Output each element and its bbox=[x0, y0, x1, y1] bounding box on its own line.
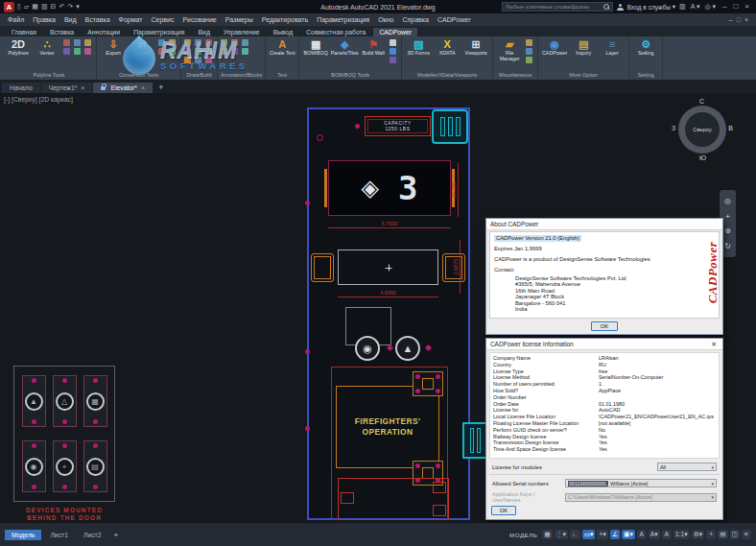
ribbon-button[interactable]: ⊞ Viewports bbox=[462, 37, 489, 57]
menu-item[interactable]: Вид bbox=[64, 16, 77, 23]
ribbon-panel-label[interactable]: Conversion Tools bbox=[100, 71, 177, 80]
status-toggle-icon[interactable]: А bbox=[637, 530, 647, 539]
help-search-box[interactable] bbox=[502, 2, 613, 12]
menu-item[interactable]: Файл bbox=[8, 16, 24, 23]
titlebar-icon[interactable]: ▥ bbox=[679, 3, 686, 11]
search-icon[interactable] bbox=[603, 4, 609, 10]
view-control[interactable]: [Сверху] bbox=[12, 96, 37, 103]
window-control-button[interactable]: – bbox=[720, 2, 729, 12]
model-space-label[interactable]: МОДЕЛЬ bbox=[509, 532, 537, 538]
ribbon-button[interactable]: ◉ CADPower bbox=[541, 37, 568, 57]
ribbon-small-icon[interactable] bbox=[390, 48, 396, 55]
ribbon-panel-label[interactable]: BOM/BOQ Tools bbox=[302, 71, 398, 80]
titlebar-icon[interactable]: A ▾ bbox=[691, 3, 700, 11]
window-control-button[interactable]: × bbox=[742, 2, 752, 12]
ribbon-small-icon[interactable] bbox=[390, 57, 396, 63]
file-tab-start[interactable]: Начало bbox=[2, 83, 40, 93]
qat-icon[interactable]: ↶ bbox=[59, 3, 64, 11]
close-icon[interactable]: ✕ bbox=[709, 341, 719, 348]
ribbon-tab[interactable]: Вид bbox=[193, 28, 216, 36]
ribbon-button[interactable]: A Create Text bbox=[269, 37, 295, 57]
menu-item[interactable]: Редактировать bbox=[262, 16, 308, 23]
ribbon-button[interactable]: ⇄ Convert bbox=[129, 37, 155, 57]
file-tab-drawing1[interactable]: Чертеж1*× bbox=[41, 83, 93, 93]
ribbon-button[interactable]: ∴ Vertex bbox=[34, 37, 60, 57]
menu-item[interactable]: Сервис bbox=[151, 16, 174, 23]
ribbon-small-icon[interactable] bbox=[184, 57, 191, 63]
ribbon-button[interactable]: ⚙ Setting bbox=[632, 37, 659, 57]
ribbon-tab[interactable]: Управление bbox=[218, 28, 266, 36]
ribbon-small-icon[interactable] bbox=[231, 48, 238, 55]
ribbon-panel-label[interactable]: Text bbox=[269, 71, 295, 80]
qat-icon[interactable]: ⊟ bbox=[51, 3, 57, 11]
ribbon-small-icon[interactable] bbox=[526, 39, 532, 46]
ribbon-tab[interactable]: Вставка bbox=[44, 28, 80, 36]
ribbon-button[interactable]: ▦ BOM/BOQ bbox=[302, 37, 329, 57]
viewcube-face-label[interactable]: Сверху bbox=[693, 127, 711, 132]
ribbon-small-icon[interactable] bbox=[205, 48, 212, 55]
status-toggle-icon[interactable]: ⚙▾ bbox=[692, 530, 705, 539]
ribbon-button[interactable]: ▧ 3D Forms bbox=[405, 37, 432, 57]
ok-button[interactable]: OK bbox=[491, 506, 516, 515]
ribbon-small-icon[interactable] bbox=[526, 57, 532, 63]
ribbon-button[interactable]: ▰ File Manager bbox=[496, 37, 523, 62]
status-toggle-icon[interactable]: + bbox=[706, 530, 716, 539]
ribbon-small-icon[interactable] bbox=[184, 48, 191, 55]
viewport-controls[interactable]: [-] [Сверху] [2D каркас] bbox=[4, 96, 73, 103]
window-control-button[interactable]: □ bbox=[737, 16, 741, 23]
serial-numbers-dropdown[interactable]: 0011000000000, Williams [Active] ▾ bbox=[565, 479, 717, 487]
menu-item[interactable]: CADPower bbox=[437, 16, 471, 23]
ribbon-small-icon[interactable] bbox=[242, 39, 248, 46]
window-control-button[interactable]: □ bbox=[730, 2, 741, 12]
ribbon-small-icon[interactable] bbox=[169, 39, 176, 46]
ribbon-small-icon[interactable] bbox=[169, 48, 176, 55]
ribbon-small-icon[interactable] bbox=[205, 57, 212, 63]
status-toggle-icon[interactable]: ∟ bbox=[570, 530, 580, 539]
sign-in-button[interactable]: Вход в службы ▾ bbox=[627, 3, 675, 11]
ribbon-small-icon[interactable] bbox=[74, 39, 81, 46]
menu-item[interactable]: Вставка bbox=[85, 16, 110, 23]
ribbon-small-icon[interactable] bbox=[526, 48, 532, 55]
close-icon[interactable]: × bbox=[81, 84, 84, 91]
viewcube[interactable]: Сверху С В Ю З bbox=[672, 99, 733, 160]
ribbon-small-icon[interactable] bbox=[84, 39, 91, 46]
status-toggle-icon[interactable]: ◫ bbox=[730, 530, 740, 539]
qat-icon[interactable]: ▱ bbox=[24, 3, 29, 11]
menu-item[interactable]: Размеры bbox=[225, 16, 253, 23]
file-tab-elevator[interactable]: Elevator*× bbox=[93, 83, 153, 93]
ribbon-button[interactable]: 2D Polylines bbox=[5, 37, 32, 57]
ribbon-panel-label[interactable]: Setting bbox=[632, 71, 659, 80]
viewcube-east[interactable]: В bbox=[728, 125, 733, 131]
dialog-title[interactable]: About CADPower bbox=[486, 219, 722, 230]
ribbon-panel-label[interactable]: Annotation/Blocks bbox=[221, 71, 262, 80]
viewcube-ring[interactable]: Сверху bbox=[678, 106, 726, 154]
menu-item[interactable]: Справка bbox=[402, 16, 428, 23]
ribbon-tab[interactable]: Совместная работа bbox=[300, 28, 371, 36]
menu-item[interactable]: Правка bbox=[33, 16, 56, 23]
ribbon-small-icon[interactable] bbox=[221, 48, 227, 55]
ribbon-panel-label[interactable]: Modeller/XData/Viewports bbox=[405, 71, 489, 80]
layout-tab[interactable]: Лист2 bbox=[77, 530, 108, 540]
qat-icon[interactable]: ▯ bbox=[17, 3, 21, 11]
ribbon-small-icon[interactable] bbox=[158, 48, 165, 55]
status-toggle-icon[interactable]: ▣▾ bbox=[622, 530, 635, 539]
ribbon-panel-label[interactable]: Draw/Build bbox=[184, 71, 214, 80]
viewport-menu[interactable]: [-] bbox=[4, 96, 10, 103]
drawing-canvas[interactable]: [-] [Сверху] [2D каркас] ▲ △ ▦ bbox=[0, 93, 756, 523]
status-toggle-icon[interactable]: ▦ bbox=[542, 530, 552, 539]
status-toggle-icon[interactable]: А bbox=[662, 530, 672, 539]
ribbon-panel-label[interactable]: Polyline Tools bbox=[5, 71, 93, 80]
navigation-tool-icon[interactable]: ⊕ bbox=[724, 226, 731, 235]
navigation-tool-icon[interactable]: + bbox=[725, 212, 730, 221]
ribbon-button[interactable]: ▤ Inquiry bbox=[570, 37, 597, 57]
navigation-tool-icon[interactable]: ◎ bbox=[724, 197, 731, 205]
layout-tab[interactable]: Лист1 bbox=[43, 530, 75, 540]
status-toggle-icon[interactable]: ▤ bbox=[718, 530, 727, 539]
status-toggle-icon[interactable]: 1:1▾ bbox=[673, 530, 690, 539]
ribbon-button[interactable]: ⚑ Build Wall bbox=[360, 37, 387, 57]
ribbon-button[interactable]: ⇩ Export bbox=[100, 37, 127, 57]
ribbon-panel-label[interactable]: More Option bbox=[541, 71, 626, 80]
ribbon-button[interactable]: ◆ Panels/Tiles bbox=[331, 37, 358, 57]
qat-icon[interactable]: ▾ bbox=[76, 3, 80, 11]
menu-item[interactable]: Окно bbox=[378, 16, 393, 23]
